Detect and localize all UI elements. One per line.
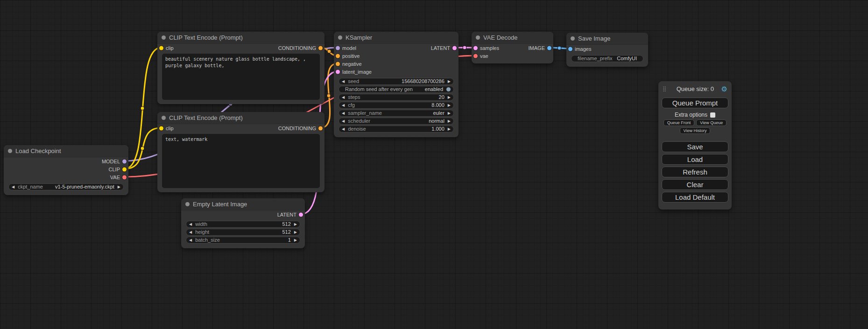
collapse-toggle-icon[interactable] xyxy=(571,36,575,41)
prev-arrow-icon[interactable]: ◀ xyxy=(342,118,345,124)
image-output-port[interactable] xyxy=(547,46,551,50)
increment-arrow-icon[interactable]: ▶ xyxy=(448,102,451,108)
slot-label: images xyxy=(575,46,591,52)
prev-arrow-icon[interactable]: ◀ xyxy=(342,110,345,116)
cfg-widget[interactable]: ◀ cfg 8.000 ▶ xyxy=(339,102,454,109)
increment-arrow-icon[interactable]: ▶ xyxy=(294,229,297,235)
input-slot-negative: negative xyxy=(334,60,459,68)
next-arrow-icon[interactable]: ▶ xyxy=(448,118,451,124)
ckpt-name-widget[interactable]: ◀ ckpt_name v1-5-pruned-emaonly.ckpt ▶ xyxy=(8,183,124,190)
queue-prompt-button[interactable]: Queue Prompt xyxy=(662,98,728,108)
collapse-toggle-icon[interactable] xyxy=(185,202,190,206)
increment-arrow-icon[interactable]: ▶ xyxy=(448,94,451,100)
widget-value: 8.000 xyxy=(431,102,445,108)
graph-canvas[interactable]: Load Checkpoint MODEL CLIP VAE ◀ ckpt_na… xyxy=(0,0,868,329)
view-history-button[interactable]: View History xyxy=(680,127,711,134)
decrement-arrow-icon[interactable]: ◀ xyxy=(342,94,345,100)
output-slot-vae: VAE xyxy=(4,173,128,181)
prev-arrow-icon[interactable]: ◀ xyxy=(12,184,14,190)
queue-controls-row: Queue Front View Queue xyxy=(662,119,728,126)
slot-label: CLIP xyxy=(109,167,120,172)
node-title-bar[interactable]: VAE Decode xyxy=(472,32,553,44)
samples-input-port[interactable] xyxy=(473,46,478,50)
positive-input-port[interactable] xyxy=(336,54,340,58)
collapse-toggle-icon[interactable] xyxy=(476,35,480,40)
clip-input-port[interactable] xyxy=(159,46,163,50)
collapse-toggle-icon[interactable] xyxy=(8,149,12,153)
height-widget[interactable]: ◀ height 512 ▶ xyxy=(186,229,300,236)
model-output-port[interactable] xyxy=(122,159,127,163)
node-title-bar[interactable]: Load Checkpoint xyxy=(4,145,128,157)
node-clip-text-encode-positive[interactable]: CLIP Text Encode (Prompt) clip CONDITION… xyxy=(157,32,325,104)
latent-output-port[interactable] xyxy=(452,46,457,50)
negative-input-port[interactable] xyxy=(336,62,340,66)
output-slot-model: MODEL xyxy=(4,157,128,165)
node-title: Save Image xyxy=(578,35,610,42)
decrement-arrow-icon[interactable]: ◀ xyxy=(189,221,192,227)
decrement-arrow-icon[interactable]: ◀ xyxy=(189,229,192,235)
save-button[interactable]: Save xyxy=(662,141,728,152)
slot-label: MODEL xyxy=(102,159,120,164)
queue-front-button[interactable]: Queue Front xyxy=(663,119,695,126)
clip-input-port[interactable] xyxy=(159,126,163,130)
next-arrow-icon[interactable]: ▶ xyxy=(448,110,451,116)
collapse-toggle-icon[interactable] xyxy=(338,35,342,40)
decrement-arrow-icon[interactable]: ◀ xyxy=(189,237,192,243)
clear-button[interactable]: Clear xyxy=(662,179,728,190)
load-button[interactable]: Load xyxy=(662,154,728,165)
conditioning-output-port[interactable] xyxy=(318,126,323,130)
settings-gear-icon[interactable]: ⚙ xyxy=(721,85,727,92)
prompt-textarea[interactable]: beautiful scenery nature glass bottle la… xyxy=(162,54,320,100)
increment-arrow-icon[interactable]: ▶ xyxy=(448,126,451,132)
node-title-bar[interactable]: KSampler xyxy=(334,32,459,44)
widget-name: Random seed after every gen xyxy=(345,86,422,92)
collapse-toggle-icon[interactable] xyxy=(162,116,166,120)
increment-arrow-icon[interactable]: ▶ xyxy=(448,78,451,84)
vae-output-port[interactable] xyxy=(122,175,127,179)
view-queue-button[interactable]: View Queue xyxy=(696,119,727,126)
extra-options-label: Extra options xyxy=(675,112,707,118)
node-title-bar[interactable]: CLIP Text Encode (Prompt) xyxy=(157,112,325,124)
images-input-port[interactable] xyxy=(568,47,572,51)
increment-arrow-icon[interactable]: ▶ xyxy=(294,237,297,243)
decrement-arrow-icon[interactable]: ◀ xyxy=(342,102,345,108)
sampler-name-widget[interactable]: ◀ sampler_name euler ▶ xyxy=(339,110,454,117)
vae-input-port[interactable] xyxy=(473,54,478,58)
node-empty-latent-image[interactable]: Empty Latent Image LATENT ◀ width 512 ▶ … xyxy=(181,198,305,248)
increment-arrow-icon[interactable]: ▶ xyxy=(294,221,297,227)
scheduler-widget[interactable]: ◀ scheduler normal ▶ xyxy=(339,118,454,125)
next-arrow-icon[interactable]: ▶ xyxy=(118,184,120,190)
node-title-bar[interactable]: Empty Latent Image xyxy=(181,198,305,210)
filename-prefix-widget[interactable]: filename_prefix ComfyUI xyxy=(571,55,643,62)
conditioning-output-port[interactable] xyxy=(318,46,323,50)
widget-value: ComfyUI xyxy=(617,56,637,62)
decrement-arrow-icon[interactable]: ◀ xyxy=(342,78,345,84)
steps-widget[interactable]: ◀ steps 20 ▶ xyxy=(339,94,454,101)
slot-label: CONDITIONING xyxy=(278,126,316,131)
model-input-port[interactable] xyxy=(336,46,340,50)
node-vae-decode[interactable]: VAE Decode samples IMAGE vae xyxy=(472,32,553,63)
latent-image-input-port[interactable] xyxy=(336,70,340,74)
decrement-arrow-icon[interactable]: ◀ xyxy=(342,126,345,132)
node-ksampler[interactable]: KSampler model LATENT positive negative … xyxy=(334,32,459,137)
extra-options-checkbox[interactable] xyxy=(710,112,715,118)
refresh-button[interactable]: Refresh xyxy=(662,167,728,177)
seed-widget[interactable]: ◀ seed 156680208700286 ▶ xyxy=(339,78,454,85)
node-clip-text-encode-negative[interactable]: CLIP Text Encode (Prompt) clip CONDITION… xyxy=(157,112,325,192)
width-widget[interactable]: ◀ width 512 ▶ xyxy=(186,221,300,228)
latent-output-port[interactable] xyxy=(299,212,303,217)
node-title: Load Checkpoint xyxy=(15,147,61,154)
node-load-checkpoint[interactable]: Load Checkpoint MODEL CLIP VAE ◀ ckpt_na… xyxy=(4,145,128,195)
node-save-image[interactable]: Save Image images filename_prefix ComfyU… xyxy=(566,33,648,67)
node-title-bar[interactable]: Save Image xyxy=(566,33,648,45)
prompt-textarea[interactable]: text, watermark xyxy=(162,134,320,188)
node-title-bar[interactable]: CLIP Text Encode (Prompt) xyxy=(157,32,325,44)
slot-label: samples xyxy=(480,45,499,51)
clip-output-port[interactable] xyxy=(122,167,127,171)
random-seed-toggle-widget[interactable]: Random seed after every gen enabled xyxy=(339,86,454,93)
load-default-button[interactable]: Load Default xyxy=(662,192,728,203)
drag-handle-icon[interactable]: ⣿ xyxy=(663,86,666,92)
batch-size-widget[interactable]: ◀ batch_size 1 ▶ xyxy=(186,237,300,244)
denoise-widget[interactable]: ◀ denoise 1.000 ▶ xyxy=(339,126,454,133)
collapse-toggle-icon[interactable] xyxy=(162,35,166,40)
